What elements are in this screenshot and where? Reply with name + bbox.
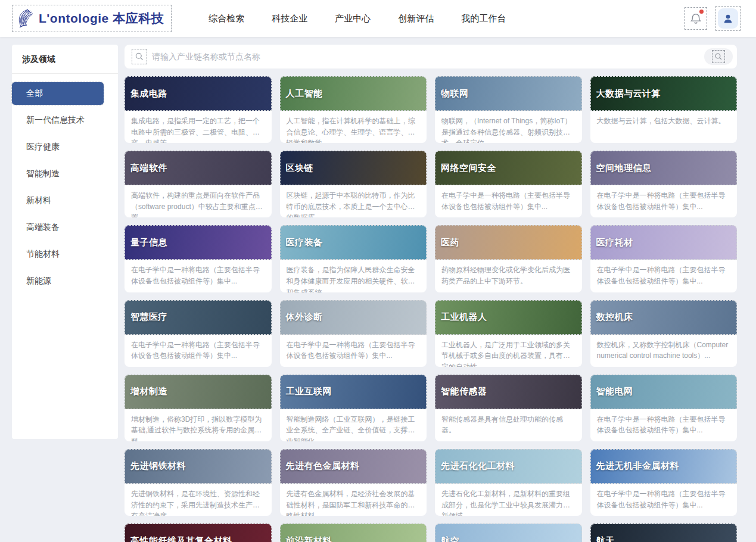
industry-card[interactable]: 先进无机非金属材料 在电子学中是一种将电路（主要包括半导体设备也包括被动组件等）… (590, 449, 738, 516)
industry-card[interactable]: 区块链 区块链，起源于中本聪的比特币，作为比特币的底层技术，本质上是一个去中心化… (280, 151, 427, 217)
card-banner-image: 高性能纤维及其复合材料 (125, 524, 272, 542)
nav-item[interactable]: 产业中心 (335, 13, 371, 24)
card-title: 医疗耗材 (590, 237, 633, 248)
card-banner-image: 空间地理信息 (590, 151, 738, 185)
industry-card[interactable]: 先进钢铁材料 先进钢铁材料，是在环境性、资源性和经济性的约束下，采用先进制造技术… (125, 449, 272, 516)
card-description: 在电子学中是一种将电路（主要包括半导体设备也包括被动组件等）集中... (125, 335, 272, 367)
search-icon (714, 52, 723, 61)
sidebar-list: 全部 新一代信息技术 医疗健康 智能制造 新材料 高端装备 节能材料 新能源 (12, 74, 118, 294)
card-title: 区块链 (280, 163, 314, 174)
sidebar-item[interactable]: 医疗健康 (12, 133, 118, 160)
card-banner-image: 体外诊断 (280, 300, 427, 335)
card-banner-image: 增材制造 (125, 375, 272, 409)
card-title: 先进无机非金属材料 (590, 460, 680, 472)
card-title: 工业机器人 (435, 312, 487, 323)
card-banner-image: 医疗装备 (280, 225, 427, 260)
industry-card[interactable]: 航空 在电子学中是一种将电路（主要包括半导体设备也包括被动组件等）集中... (435, 524, 582, 542)
industry-card[interactable]: 高性能纤维及其复合材料 在电子学中是一种将电路（主要包括半导体设备也包括被动组件… (125, 524, 272, 542)
card-title: 航天 (590, 535, 615, 542)
card-banner-image: 网络空间安全 (435, 151, 582, 185)
card-description: 高端软件，构建的重点是面向在软件产品（software product）中较占主… (125, 185, 272, 217)
sidebar-item[interactable]: 新一代信息技术 (12, 107, 118, 133)
card-banner-image: 智慧医疗 (125, 300, 272, 335)
card-banner-image: 航空 (435, 524, 582, 542)
industry-card[interactable]: 增材制造 增材制造，俗称3D打印，指以数字模型为基础,通过软件与数控系统将专用的… (125, 375, 272, 441)
card-title: 前沿新材料 (280, 535, 332, 542)
card-description: 在电子学中是一种将电路（主要包括半导体设备也包括被动组件等）集中... (590, 260, 738, 292)
logo[interactable]: L'ontologie 本应科技 (12, 5, 172, 32)
sidebar-item-selected[interactable]: 全部 (12, 82, 104, 105)
card-description: 大数据与云计算，包括大数据、云计算。 (590, 111, 738, 132)
card-banner-image: 智能传感器 (435, 375, 582, 409)
industry-card[interactable]: 工业机器人 工业机器人，是广泛用于工业领域的多关节机械手或多自由度的机器装置，具… (435, 300, 582, 367)
industry-card[interactable]: 前沿新材料 在电子学中是一种将电路（主要包括半导体设备也包括被动组件等）集中..… (280, 524, 427, 542)
industry-card[interactable]: 网络空间安全 在电子学中是一种将电路（主要包括半导体设备也包括被动组件等）集中.… (435, 151, 582, 217)
card-description: 先进石化化工新材料，是新材料的重要组成部分，也是化学工业中较具发展潜力的新领域。 (435, 484, 582, 516)
industry-card[interactable]: 智慧医疗 在电子学中是一种将电路（主要包括半导体设备也包括被动组件等）集中... (125, 300, 272, 367)
card-description: 在电子学中是一种将电路（主要包括半导体设备也包括被动组件等）集中... (590, 484, 738, 516)
industry-card[interactable]: 智能电网 在电子学中是一种将电路（主要包括半导体设备也包括被动组件等）集中... (590, 375, 738, 441)
card-description: 药物原料经物理变化或化学变化后成为医药类产品的上中下游环节。 (435, 260, 582, 292)
search-icon-box (132, 49, 147, 64)
industry-card[interactable]: 医疗装备 医疗装备，是指为保障人民群众生命安全和身体健康而开发应用的相关硬件、软… (280, 225, 427, 292)
sidebar-item[interactable]: 节能材料 (12, 241, 118, 267)
industry-card[interactable]: 先进石化化工材料 先进石化化工新材料，是新材料的重要组成部分，也是化学工业中较具… (435, 449, 582, 516)
card-title: 空间地理信息 (590, 163, 652, 174)
nav-item[interactable]: 创新评估 (398, 13, 434, 24)
industry-card[interactable]: 航天 在电子学中是一种将电路（主要包括半导体设备也包括被动组件等）集中... (590, 524, 738, 542)
user-avatar-button[interactable] (715, 6, 741, 31)
card-title: 智能电网 (590, 386, 633, 397)
notification-bell-button[interactable] (685, 7, 707, 30)
card-banner-image: 航天 (590, 524, 738, 542)
industry-card[interactable]: 物联网 物联网，（Internet of Things，简称IoT）是指通过各种… (435, 76, 582, 143)
industry-card[interactable]: 工业互联网 智能制造网络（工业互联网），是链接工业全系统、全产业链、全价值链，支… (280, 375, 427, 441)
card-description: 集成电路，是指采用一定的工艺，把一个电路中所需的三极管、二极管、电阻、电容、电感… (125, 111, 272, 143)
industry-card[interactable]: 高端软件 高端软件，构建的重点是面向在软件产品（software product… (125, 151, 272, 217)
industry-card[interactable]: 先进有色金属材料 先进有色金属材料，是经济社会发展的基础性材料，是国防军工和新科… (280, 449, 427, 516)
industry-card[interactable]: 医疗耗材 在电子学中是一种将电路（主要包括半导体设备也包括被动组件等）集中... (590, 225, 738, 292)
nav-item[interactable]: 科技企业 (272, 13, 307, 24)
industry-card[interactable]: 体外诊断 在电子学中是一种将电路（主要包括半导体设备也包括被动组件等）集中... (280, 300, 427, 367)
card-banner-image: 人工智能 (280, 76, 427, 111)
card-description: 物联网，（Internet of Things，简称IoT）是指通过各种信息传感… (435, 111, 582, 143)
industry-card[interactable]: 空间地理信息 在电子学中是一种将电路（主要包括半导体设备也包括被动组件等）集中.… (590, 151, 738, 217)
sidebar-item[interactable]: 新能源 (12, 267, 118, 294)
card-description: 在电子学中是一种将电路（主要包括半导体设备也包括被动组件等）集中... (435, 185, 582, 217)
industry-card[interactable]: 数控机床 数控机床，又称数字控制机床（Computer numerical co… (590, 300, 738, 367)
card-title: 先进钢铁材料 (125, 460, 186, 472)
search-input[interactable] (152, 52, 704, 61)
card-banner-image: 物联网 (435, 76, 582, 111)
nav-item[interactable]: 综合检索 (209, 13, 244, 24)
card-banner-image: 先进钢铁材料 (125, 449, 272, 484)
nav-item[interactable]: 我的工作台 (461, 13, 506, 24)
card-banner-image: 医药 (435, 225, 582, 260)
industry-card[interactable]: 医药 药物原料经物理变化或化学变化后成为医药类产品的上中下游环节。 (435, 225, 582, 292)
industry-card[interactable]: 量子信息 在电子学中是一种将电路（主要包括半导体设备也包括被动组件等）集中... (125, 225, 272, 292)
card-banner-image: 区块链 (280, 151, 427, 185)
card-description: 在电子学中是一种将电路（主要包括半导体设备也包括被动组件等）集中... (125, 260, 272, 292)
card-banner-image: 大数据与云计算 (590, 76, 738, 111)
avatar (718, 8, 738, 29)
industry-card[interactable]: 大数据与云计算 大数据与云计算，包括大数据、云计算。 (590, 76, 738, 143)
bell-icon (689, 12, 702, 25)
industry-card[interactable]: 人工智能 人工智能，指在计算机科学的基础上，综合信息论、心理学、生理学、语言学、… (280, 76, 427, 143)
user-icon (722, 13, 734, 24)
sidebar-item[interactable]: 智能制造 (12, 160, 118, 187)
card-title: 智慧医疗 (125, 312, 167, 323)
card-description: 先进有色金属材料，是经济社会发展的基础性材料，是国防军工和新科技革命的战略性材料… (280, 484, 427, 516)
industry-card[interactable]: 集成电路 集成电路，是指采用一定的工艺，把一个电路中所需的三极管、二极管、电阻、… (125, 76, 272, 143)
card-title: 量子信息 (125, 237, 167, 248)
card-title: 先进有色金属材料 (280, 460, 360, 472)
card-title: 集成电路 (125, 88, 167, 99)
search-button[interactable] (704, 48, 733, 65)
sidebar-title: 涉及领域 (12, 54, 118, 74)
search-icon (135, 52, 144, 61)
card-banner-image: 数控机床 (590, 300, 738, 335)
card-banner-image: 智能电网 (590, 375, 738, 409)
sidebar-item[interactable]: 高端装备 (12, 214, 118, 241)
card-description: 智能制造网络（工业互联网），是链接工业全系统、全产业链、全价值链，支撑工业智能化… (280, 409, 427, 441)
top-header: L'ontologie 本应科技 综合检索 科技企业 产业中心 创新评估 我的工… (0, 0, 756, 37)
industry-card[interactable]: 智能传感器 智能传感器是具有信息处理功能的传感器。 (435, 375, 582, 441)
sidebar-item[interactable]: 新材料 (12, 187, 118, 214)
card-banner-image: 先进有色金属材料 (280, 449, 427, 484)
